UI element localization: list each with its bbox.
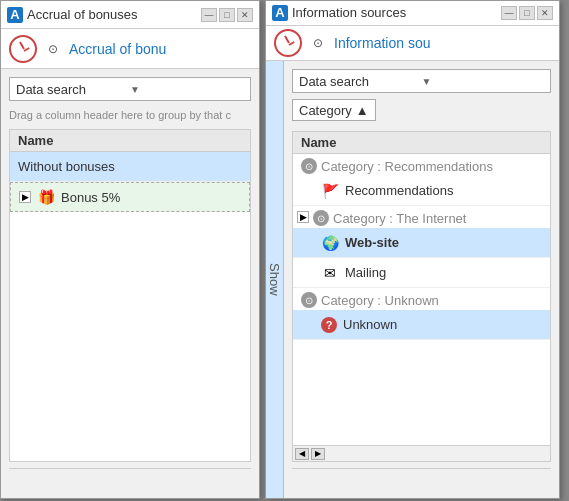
right-horizontal-scrollbar[interactable]: ◀ ▶ bbox=[293, 445, 550, 461]
right-window: A Information sources — □ ✕ ⊙ Informatio… bbox=[265, 0, 560, 499]
right-search-dropdown[interactable]: Data search ▼ bbox=[292, 69, 551, 93]
right-toolbar: ⊙ Information sou bbox=[266, 26, 559, 61]
expand-icon[interactable]: ▶ bbox=[19, 191, 31, 203]
left-content: Data search ▼ Drag a column header here … bbox=[1, 69, 259, 498]
right-app-icon: A bbox=[272, 5, 288, 21]
scroll-left-button[interactable]: ◀ bbox=[295, 448, 309, 460]
right-window-title: Information sources bbox=[292, 5, 497, 20]
unknown-icon: ? bbox=[321, 317, 337, 333]
left-maximize-button[interactable]: □ bbox=[219, 8, 235, 22]
left-scroll-area[interactable]: Without bonuses ▶ 🎁 Bonus 5% bbox=[10, 152, 250, 461]
table-row[interactable]: ▶ 🎁 Bonus 5% bbox=[10, 182, 250, 212]
right-search-label: Data search bbox=[299, 74, 422, 89]
right-content: Data search ▼ Category ▲ Name bbox=[284, 61, 559, 498]
row-text-recommendations: Recommendations bbox=[345, 183, 453, 198]
left-nav-button[interactable]: ⊙ bbox=[43, 39, 63, 59]
left-window-title: Accrual of bonuses bbox=[27, 7, 197, 22]
left-title-buttons: — □ ✕ bbox=[201, 8, 253, 22]
category-unknown-label: ⊙ Category : Unknown bbox=[293, 288, 550, 310]
category-internet-icon: ⊙ bbox=[313, 210, 329, 226]
right-title-buttons: — □ ✕ bbox=[501, 6, 553, 20]
right-search-arrow-icon: ▼ bbox=[422, 76, 545, 87]
left-title-bar: A Accrual of bonuses — □ ✕ bbox=[1, 1, 259, 29]
category-recommendations-label: ⊙ Category : Recommendations bbox=[293, 154, 550, 176]
table-row[interactable]: ✉ Mailing bbox=[293, 258, 550, 288]
left-table-header: Name bbox=[10, 130, 250, 152]
right-title-bar: A Information sources — □ ✕ bbox=[266, 1, 559, 26]
left-table: Name Without bonuses ▶ 🎁 Bonus 5% bbox=[9, 129, 251, 462]
category-unknown-icon: ⊙ bbox=[301, 292, 317, 308]
row-text-without-bonuses: Without bonuses bbox=[18, 159, 115, 174]
show-panel[interactable]: Show bbox=[266, 61, 284, 498]
left-window: A Accrual of bonuses — □ ✕ ⊙ Accrual of … bbox=[0, 0, 260, 499]
left-search-arrow-icon: ▼ bbox=[130, 84, 244, 95]
right-inner: Show Data search ▼ Category ▲ bbox=[266, 61, 559, 498]
right-toolbar-title: Information sou bbox=[334, 35, 431, 51]
right-scroll-area[interactable]: ⊙ Category : Recommendations 🚩 Recommend… bbox=[293, 154, 550, 445]
category-toolbar: Category ▲ bbox=[292, 99, 551, 125]
row-text-unknown: Unknown bbox=[343, 317, 397, 332]
website-icon: 🌍 bbox=[321, 234, 339, 252]
right-close-button[interactable]: ✕ bbox=[537, 6, 553, 20]
left-toolbar-title: Accrual of bonu bbox=[69, 41, 166, 57]
left-status-bar bbox=[9, 468, 251, 490]
table-row[interactable]: 🚩 Recommendations bbox=[293, 176, 550, 206]
right-clock-icon bbox=[274, 29, 302, 57]
left-search-dropdown[interactable]: Data search ▼ bbox=[9, 77, 251, 101]
mailing-icon: ✉ bbox=[321, 264, 339, 282]
category-arrow-icon: ▲ bbox=[356, 103, 369, 118]
category-internet-row: ▶ ⊙ Category : The Internet bbox=[293, 206, 550, 228]
right-maximize-button[interactable]: □ bbox=[519, 6, 535, 20]
expand-internet-icon[interactable]: ▶ bbox=[297, 211, 309, 223]
row-text-bonus: Bonus 5% bbox=[61, 190, 120, 205]
category-button[interactable]: Category ▲ bbox=[292, 99, 376, 121]
right-main-content: Data search ▼ Category ▲ Name bbox=[284, 61, 559, 498]
left-app-icon: A bbox=[7, 7, 23, 23]
left-search-label: Data search bbox=[16, 82, 130, 97]
left-minimize-button[interactable]: — bbox=[201, 8, 217, 22]
right-status-bar bbox=[292, 468, 551, 490]
recommendations-icon: 🚩 bbox=[321, 182, 339, 200]
right-table-header: Name bbox=[293, 132, 550, 154]
table-row[interactable]: 🌍 Web-site bbox=[293, 228, 550, 258]
scroll-right-button[interactable]: ▶ bbox=[311, 448, 325, 460]
category-internet-label: ⊙ Category : The Internet bbox=[313, 206, 474, 228]
category-label: Category bbox=[299, 103, 352, 118]
left-drag-hint: Drag a column header here to group by th… bbox=[9, 107, 251, 123]
right-table: Name ⊙ Category : Recommendations 🚩 Reco… bbox=[292, 131, 551, 462]
row-text-website: Web-site bbox=[345, 235, 399, 250]
table-row[interactable]: Without bonuses bbox=[10, 152, 250, 182]
left-clock-icon bbox=[9, 35, 37, 63]
left-close-button[interactable]: ✕ bbox=[237, 8, 253, 22]
right-minimize-button[interactable]: — bbox=[501, 6, 517, 20]
table-row[interactable]: ? Unknown bbox=[293, 310, 550, 340]
row-text-mailing: Mailing bbox=[345, 265, 386, 280]
left-toolbar: ⊙ Accrual of bonu bbox=[1, 29, 259, 69]
bonus-icon: 🎁 bbox=[37, 188, 55, 206]
category-recommendations-icon: ⊙ bbox=[301, 158, 317, 174]
right-nav-button[interactable]: ⊙ bbox=[308, 33, 328, 53]
